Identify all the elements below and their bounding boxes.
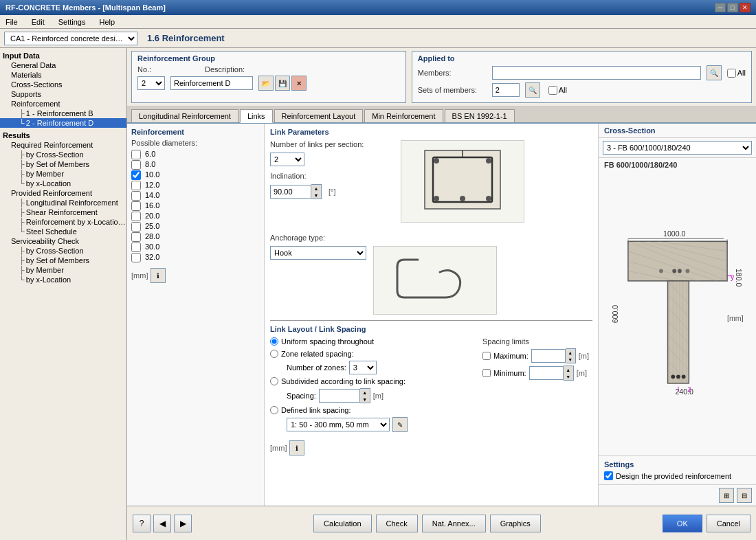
max-down-button[interactable]: ▼ <box>566 356 575 363</box>
sidebar-item-reinforcement[interactable]: Reinforcement <box>0 99 126 109</box>
diam-30-checkbox[interactable] <box>131 243 141 252</box>
close-button[interactable]: ✕ <box>740 3 751 12</box>
zone-related-radio[interactable] <box>270 350 278 358</box>
cs-dropdown[interactable]: 3 - FB 600/1000/180/240 <box>603 141 752 155</box>
sidebar-item-svc-by-member[interactable]: ├ by Member <box>0 265 126 275</box>
minimum-input[interactable] <box>529 366 564 380</box>
delete-button[interactable]: ✕ <box>291 76 307 91</box>
all-sets-checkbox[interactable] <box>548 86 557 95</box>
tab-layout[interactable]: Reinforcement Layout <box>274 109 364 122</box>
zones-select[interactable]: 3 2 4 <box>349 361 377 374</box>
diam-14-checkbox[interactable] <box>131 191 141 201</box>
inclination-down-button[interactable]: ▼ <box>311 192 321 199</box>
diam-12-checkbox[interactable] <box>131 181 141 190</box>
sidebar-item-input-data[interactable]: Input Data <box>0 51 126 60</box>
open-button[interactable]: 📂 <box>258 76 274 91</box>
cancel-button[interactable]: Cancel <box>707 515 751 532</box>
sidebar-item-results[interactable]: Results <box>0 131 126 140</box>
maximize-button[interactable]: □ <box>727 3 738 12</box>
spacing-input[interactable] <box>319 389 360 403</box>
tab-bsen[interactable]: BS EN 1992-1-1 <box>445 109 515 122</box>
minimum-checkbox[interactable] <box>482 369 491 377</box>
inclination-input[interactable] <box>270 185 311 199</box>
maximum-checkbox[interactable] <box>482 352 491 360</box>
max-up-button[interactable]: ▲ <box>566 349 575 356</box>
members-pick-button[interactable]: 🔍 <box>707 65 722 80</box>
next-button[interactable]: ▶ <box>174 515 192 532</box>
diam-8-checkbox[interactable] <box>131 160 141 170</box>
prev-button[interactable]: ◀ <box>153 515 171 532</box>
menu-help[interactable]: Help <box>96 17 118 27</box>
section-label: 1.6 Reinforcement <box>143 32 229 45</box>
links-per-section-select[interactable]: 2 3 4 <box>270 153 304 166</box>
sidebar-item-req-by-set[interactable]: ├ by Set of Members <box>0 159 126 169</box>
diam-20-checkbox[interactable] <box>131 212 141 221</box>
help-button[interactable]: ? <box>133 515 151 532</box>
diameters-info-button[interactable]: ℹ <box>151 268 166 283</box>
spacing-down-button[interactable]: ▼ <box>360 396 370 403</box>
tab-links[interactable]: Links <box>240 109 273 123</box>
sidebar-item-reinforcement-b[interactable]: ├ 1 - Reinforcement B <box>0 109 126 118</box>
sidebar-item-req-by-x[interactable]: └ by x-Location <box>0 179 126 188</box>
sidebar-item-req-by-member[interactable]: ├ by Member <box>0 169 126 179</box>
diam-10-checkbox[interactable] <box>131 170 141 180</box>
min-up-button[interactable]: ▲ <box>564 366 573 373</box>
menu-settings[interactable]: Settings <box>56 17 89 27</box>
tab-longitudinal[interactable]: Longitudinal Reinforcement <box>131 109 238 122</box>
subdivided-radio[interactable] <box>270 377 278 385</box>
sidebar-item-general-data[interactable]: General Data <box>0 60 126 70</box>
diam-6-checkbox[interactable] <box>131 150 141 159</box>
maximum-input[interactable] <box>531 349 566 363</box>
ok-button[interactable]: OK <box>663 515 702 532</box>
nat-annex-button[interactable]: Nat. Annex... <box>422 515 486 532</box>
menu-edit[interactable]: Edit <box>29 17 47 27</box>
sidebar-item-supports[interactable]: Supports <box>0 89 126 99</box>
min-down-button[interactable]: ▼ <box>564 373 573 380</box>
check-button[interactable]: Check <box>376 515 418 532</box>
sidebar-item-cross-sections[interactable]: Cross-Sections <box>0 80 126 89</box>
sidebar-item-svc-by-cross[interactable]: ├ by Cross-Section <box>0 246 126 256</box>
defined-spacing-edit-button[interactable]: ✎ <box>392 417 408 432</box>
diam-16-checkbox[interactable] <box>131 201 141 211</box>
sidebar-item-longitudinal[interactable]: ├ Longitudinal Reinforcement <box>0 198 126 207</box>
description-input[interactable] <box>170 76 253 90</box>
save-button[interactable]: 💾 <box>275 76 290 91</box>
inclination-up-button[interactable]: ▲ <box>311 185 321 192</box>
calculation-button[interactable]: Calculation <box>313 515 371 532</box>
bottom-toolbar: ? ◀ ▶ Calculation Check Nat. Annex... Gr… <box>127 506 756 540</box>
sidebar-item-reinforcement-d[interactable]: └ 2 - Reinforcement D <box>0 118 126 128</box>
members-input[interactable] <box>492 66 701 80</box>
diam-32-checkbox[interactable] <box>131 253 141 262</box>
sidebar-item-req-by-cross-section[interactable]: ├ by Cross-Section <box>0 150 126 159</box>
diam-25-checkbox[interactable] <box>131 222 141 232</box>
defined-spacing-select[interactable]: 1: 50 - 300 mm, 50 mm <box>287 418 390 431</box>
defined-radio[interactable] <box>270 406 278 414</box>
sidebar-item-materials[interactable]: Materials <box>0 70 126 80</box>
sidebar-item-svc-by-set[interactable]: ├ by Set of Members <box>0 256 126 265</box>
diam-28-checkbox[interactable] <box>131 232 141 242</box>
layout-info-button[interactable]: ℹ <box>289 440 304 455</box>
sets-input[interactable] <box>492 83 520 97</box>
anchorage-type-select[interactable]: Hook Bend Straight <box>270 246 366 260</box>
minimize-button[interactable]: ─ <box>715 3 726 12</box>
cs-view-button2[interactable]: ⊟ <box>737 488 752 503</box>
sets-pick-button[interactable]: 🔍 <box>525 82 540 98</box>
sidebar-item-steel-schedule[interactable]: └ Steel Schedule <box>0 227 126 236</box>
menu-file[interactable]: File <box>3 17 21 27</box>
sidebar-item-svc-by-x[interactable]: └ by x-Location <box>0 275 126 284</box>
uniform-spacing-radio[interactable] <box>270 337 278 346</box>
tab-min[interactable]: Min Reinforcement <box>364 109 443 122</box>
uniform-spacing-label: Uniform spacing throughout <box>281 337 374 346</box>
cs-view-button1[interactable]: ⊞ <box>719 488 734 503</box>
sidebar-item-serviceability[interactable]: Serviceability Check <box>0 236 126 246</box>
sidebar-item-provided-reinforcement[interactable]: Provided Reinforcement <box>0 188 126 198</box>
ca-dropdown[interactable]: CA1 - Reinforced concrete desi… <box>4 32 137 45</box>
reinforcement-no-dropdown[interactable]: 2 <box>137 76 165 90</box>
sidebar-item-reinf-by-x[interactable]: ├ Reinforcement by x-Locatio… <box>0 217 126 227</box>
sidebar-item-shear[interactable]: ├ Shear Reinforcement <box>0 207 126 217</box>
spacing-up-button[interactable]: ▲ <box>360 389 370 396</box>
sidebar-item-required-reinforcement[interactable]: Required Reinforcement <box>0 140 126 150</box>
all-members-checkbox[interactable] <box>727 69 736 78</box>
graphics-button[interactable]: Graphics <box>490 515 541 532</box>
design-provided-checkbox[interactable] <box>604 471 613 480</box>
